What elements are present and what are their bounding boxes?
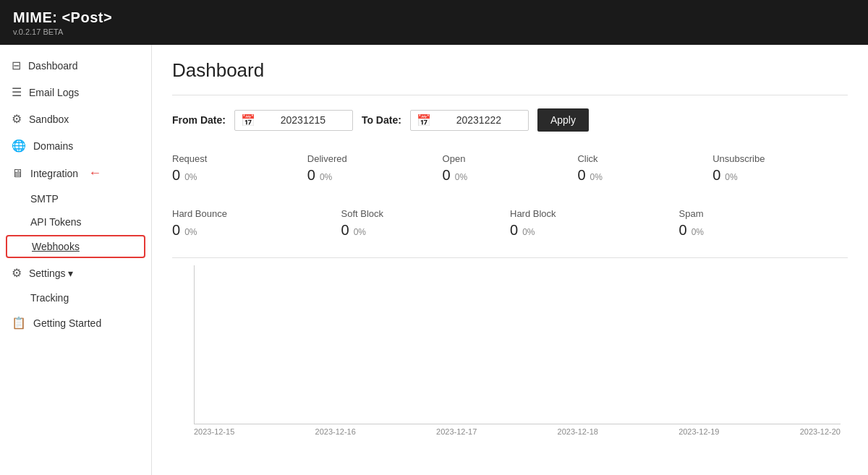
stat-label: Open (443, 153, 578, 164)
sidebar-item-domains[interactable]: 🌐 Domains (0, 132, 151, 159)
from-calendar-icon: 📅 (241, 114, 255, 127)
to-date-input[interactable] (435, 114, 522, 126)
sidebar-item-email-logs[interactable]: ☰ Email Logs (0, 79, 151, 106)
stats-row-2: Hard Bounce 0 0% Soft Block 0 0% Hard Bl… (172, 202, 848, 244)
stat-pct: 0% (320, 172, 332, 182)
stat-item-click: Click 0 0% (577, 147, 712, 189)
dashboard-icon: ⊟ (12, 59, 21, 72)
stat-label: Hard Bounce (172, 208, 341, 219)
stat-value: 0 (443, 167, 451, 184)
chart-x-label: 2023-12-16 (315, 427, 356, 436)
main-content: Dashboard From Date: 📅 To Date: 📅 Apply … (152, 45, 868, 475)
stat-pct: 0% (725, 172, 737, 182)
stat-label: Soft Block (341, 208, 511, 219)
stat-label: Unsubscribe (712, 153, 848, 164)
stat-item-open: Open 0 0% (443, 147, 578, 189)
sidebar-item-api-tokens[interactable]: API Tokens (0, 210, 151, 234)
email-logs-icon: ☰ (12, 85, 22, 99)
stat-value: 0 (577, 167, 585, 184)
sidebar-item-integration[interactable]: 🖥 Integration ← (0, 159, 151, 187)
integration-icon: 🖥 (12, 167, 23, 180)
stat-pct: 0% (522, 227, 535, 237)
stats-row-1: Request 0 0% Delivered 0 0% Open 0 0% Cl… (172, 147, 848, 189)
stat-item-soft-block: Soft Block 0 0% (341, 202, 511, 244)
stat-pct: 0% (590, 172, 603, 182)
stat-pct: 0% (184, 172, 197, 182)
app-title: MIME: <Post> (13, 9, 855, 26)
sidebar-item-sandbox[interactable]: ⚙ Sandbox (0, 106, 151, 132)
stat-item-spam: Spam 0 0% (679, 202, 848, 244)
sidebar-item-webhooks[interactable]: Webhooks (6, 235, 145, 258)
sidebar-item-settings[interactable]: ⚙ Settings ▾ (0, 260, 151, 286)
chart-x-label: 2023-12-17 (436, 427, 477, 436)
stat-label: Hard Block (510, 208, 679, 219)
chart-container (194, 265, 841, 424)
app-header: MIME: <Post> v.0.2.17 BETA (0, 0, 868, 45)
stat-value-row: 0 0% (712, 167, 848, 184)
stat-pct: 0% (184, 227, 197, 237)
to-date-label: To Date: (362, 114, 401, 126)
stat-value: 0 (172, 222, 180, 239)
stat-label: Request (172, 153, 307, 164)
stat-value-row: 0 0% (679, 222, 848, 239)
stat-value-row: 0 0% (307, 167, 443, 184)
date-filter-row: From Date: 📅 To Date: 📅 Apply (172, 108, 848, 132)
stat-value-row: 0 0% (510, 222, 679, 239)
stat-value: 0 (172, 167, 180, 184)
sidebar: ⊟ Dashboard ☰ Email Logs ⚙ Sandbox 🌐 Dom… (0, 45, 152, 475)
chart-x-label: 2023-12-20 (800, 427, 841, 436)
stat-item-unsubscribe: Unsubscribe 0 0% (712, 147, 848, 189)
domains-icon: 🌐 (12, 139, 26, 153)
from-date-label: From Date: (172, 114, 226, 126)
chart-x-label: 2023-12-18 (558, 427, 598, 436)
stat-value: 0 (341, 222, 349, 239)
stat-pct: 0% (354, 227, 366, 237)
stat-value-row: 0 0% (577, 167, 712, 184)
getting-started-icon: 📋 (12, 316, 26, 330)
chart-area: 2023-12-152023-12-162023-12-172023-12-18… (172, 257, 848, 436)
sidebar-item-dashboard[interactable]: ⊟ Dashboard (0, 52, 151, 79)
stat-item-delivered: Delivered 0 0% (307, 147, 443, 189)
stat-value: 0 (712, 167, 720, 184)
stat-value: 0 (307, 167, 315, 184)
stat-item-hard-block: Hard Block 0 0% (510, 202, 679, 244)
stat-value: 0 (679, 222, 687, 239)
title-divider (172, 95, 848, 95)
sandbox-icon: ⚙ (12, 112, 22, 126)
chart-x-labels: 2023-12-152023-12-162023-12-172023-12-18… (194, 427, 841, 436)
stat-item-request: Request 0 0% (172, 147, 307, 189)
stat-value-row: 0 0% (172, 167, 307, 184)
integration-arrow: ← (88, 166, 101, 181)
main-layout: ⊟ Dashboard ☰ Email Logs ⚙ Sandbox 🌐 Dom… (0, 45, 868, 475)
chart-x-label: 2023-12-15 (194, 427, 234, 436)
page-title: Dashboard (172, 59, 848, 82)
settings-icon: ⚙ (12, 266, 22, 280)
stat-value-row: 0 0% (443, 167, 578, 184)
stat-label: Click (577, 153, 712, 164)
stat-pct: 0% (455, 172, 467, 182)
to-date-input-wrap[interactable]: 📅 (410, 110, 529, 131)
apply-button[interactable]: Apply (537, 108, 589, 132)
to-calendar-icon: 📅 (417, 114, 431, 127)
from-date-input-wrap[interactable]: 📅 (234, 110, 353, 131)
stat-label: Delivered (307, 153, 443, 164)
sidebar-item-smtp[interactable]: SMTP (0, 187, 151, 210)
app-version: v.0.2.17 BETA (13, 27, 855, 36)
stat-value: 0 (510, 222, 518, 239)
chart-x-label: 2023-12-19 (678, 427, 719, 436)
from-date-input[interactable] (260, 114, 346, 126)
stat-label: Spam (679, 208, 848, 219)
sidebar-item-getting-started[interactable]: 📋 Getting Started (0, 309, 151, 336)
sidebar-item-tracking[interactable]: Tracking (0, 286, 151, 309)
stat-value-row: 0 0% (341, 222, 511, 239)
stat-pct: 0% (692, 227, 704, 237)
stat-value-row: 0 0% (172, 222, 341, 239)
stat-item-hard-bounce: Hard Bounce 0 0% (172, 202, 341, 244)
